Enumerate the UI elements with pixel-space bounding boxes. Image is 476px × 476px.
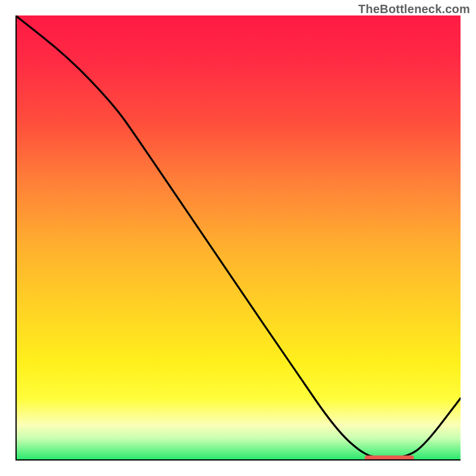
watermark-text: TheBottleneck.com bbox=[358, 2, 470, 16]
plot-area bbox=[15, 15, 461, 461]
chart-container: TheBottleneck.com bbox=[0, 0, 476, 476]
line-curve bbox=[15, 15, 461, 461]
curve-path bbox=[15, 15, 461, 458]
